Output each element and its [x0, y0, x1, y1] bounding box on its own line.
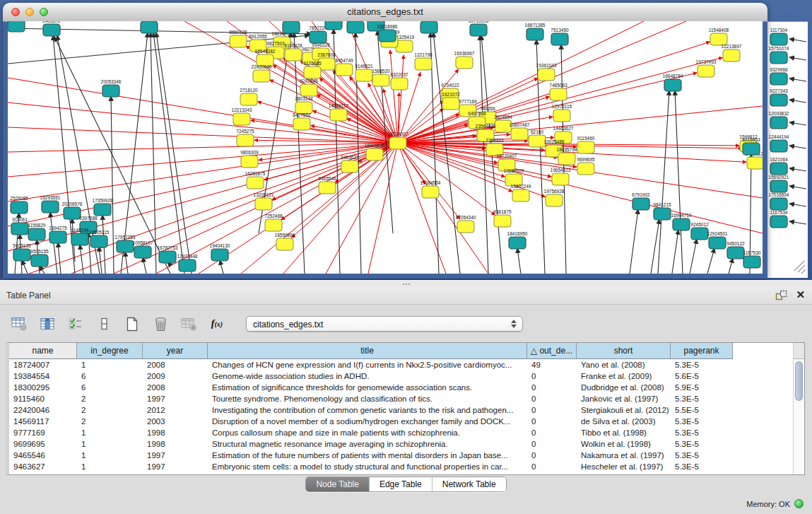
window-titlebar[interactable]: citations_edges.txt: [3, 3, 767, 22]
table-cell[interactable]: 5.6E-5: [671, 370, 733, 382]
table-cell[interactable]: 1: [77, 427, 143, 438]
delete-columns-button[interactable]: [151, 315, 170, 333]
node-15293551[interactable]: 15293551: [40, 195, 61, 213]
table-cell[interactable]: 9115460: [9, 393, 77, 404]
node-10807487[interactable]: 10807487: [510, 122, 530, 140]
column-header-year[interactable]: year: [143, 343, 208, 359]
table-cell[interactable]: 0: [527, 416, 577, 427]
node-16648784[interactable]: 16648784: [663, 74, 683, 91]
node-17359928[interactable]: 17359928: [93, 198, 113, 216]
node-1167530[interactable]: 1167530: [743, 250, 761, 268]
table-cell[interactable]: 0: [527, 427, 577, 438]
node-6791902[interactable]: 6791902: [632, 192, 650, 210]
node-6466162[interactable]: 6466162: [420, 21, 438, 33]
table-select-dropdown[interactable]: citations_edges.txt: [246, 316, 523, 332]
node-19756928[interactable]: 19756928: [544, 189, 565, 206]
node-5905135[interactable]: 5905135: [13, 243, 31, 261]
tab-node-table[interactable]: Node Table: [306, 477, 369, 491]
node-16782753[interactable]: 16782753: [158, 245, 178, 263]
table-cell[interactable]: 5.3E-5: [671, 461, 733, 472]
select-columns-button[interactable]: [66, 315, 85, 333]
node-7513450[interactable]: 7513450: [551, 28, 569, 45]
table-cell[interactable]: de Silva et al. (2003): [577, 416, 671, 427]
node-12924501[interactable]: 12924501: [707, 231, 728, 249]
node-19218986[interactable]: 19218986: [377, 24, 398, 42]
table-mode-button[interactable]: [10, 315, 28, 333]
table-cell[interactable]: 5.3E-5: [671, 359, 733, 370]
table-cell[interactable]: 18300295: [9, 382, 77, 393]
table-cell[interactable]: 2012: [143, 404, 208, 416]
node-9175685[interactable]: 9175685: [303, 61, 322, 78]
node-18724007[interactable]: 18724007: [388, 132, 408, 149]
node-2718120[interactable]: 2718120: [240, 88, 258, 105]
node-14569117[interactable]: 14569117: [329, 103, 349, 121]
table-cell[interactable]: Yano et al. (2008): [577, 359, 671, 370]
table-cell[interactable]: 1: [77, 438, 143, 450]
node-1156829[interactable]: 1156829: [28, 223, 46, 240]
node-12444194[interactable]: 12444194: [769, 134, 789, 152]
node-62160[interactable]: 62160: [529, 129, 546, 147]
table-cell[interactable]: 5.3E-5: [671, 427, 733, 438]
node-30691406[interactable]: 30691406: [139, 21, 160, 33]
node-12093832[interactable]: 12093832: [769, 111, 789, 129]
node-7485063[interactable]: 7485063: [549, 83, 567, 100]
node-8215953[interactable]: 8215953: [742, 137, 760, 155]
node-9465546[interactable]: 9465546: [318, 176, 336, 194]
node-1145194[interactable]: 1145194: [71, 228, 89, 245]
table-cell[interactable]: 2: [77, 393, 143, 404]
node-19737493[interactable]: 19737493: [696, 59, 717, 77]
node-13505115[interactable]: 13505115: [89, 230, 110, 247]
node-19384554[interactable]: 19384554: [420, 180, 441, 198]
node-16671385[interactable]: 16671385: [525, 23, 546, 40]
table-cell[interactable]: 1: [77, 359, 143, 370]
table-cell[interactable]: Hescheler et al. (1997): [577, 461, 671, 472]
table-cell[interactable]: 5.3E-5: [671, 438, 733, 450]
table-cell[interactable]: 2009: [143, 370, 208, 382]
table-cell[interactable]: 0: [527, 393, 577, 404]
node-15751074[interactable]: 15751074: [769, 46, 789, 64]
table-cell[interactable]: Franke et al. (2009): [577, 370, 671, 382]
table-cell[interactable]: 18724007: [9, 359, 77, 370]
node-7857224[interactable]: 7857224: [309, 25, 327, 43]
node-1527602[interactable]: 1527602: [346, 21, 365, 33]
node-9227343[interactable]: 9227343: [770, 88, 788, 106]
table-row[interactable]: 977716911998Corpus callosum shape and si…: [9, 427, 804, 438]
table-cell[interactable]: 2: [77, 404, 143, 416]
node-16936967[interactable]: 16936967: [454, 51, 475, 69]
table-cell[interactable]: 5.3E-5: [671, 393, 733, 404]
column-header-short[interactable]: short: [577, 343, 671, 359]
table-cell[interactable]: 5.9E-5: [671, 382, 733, 393]
table-cell[interactable]: 14569117: [9, 416, 77, 427]
node-18300295[interactable]: 18300295: [365, 143, 385, 160]
node-1621064[interactable]: 1621064: [770, 157, 788, 175]
node-12213343[interactable]: 12213343: [232, 107, 252, 125]
table-cell[interactable]: 6: [77, 382, 143, 393]
node-13205121[interactable]: 13205121: [254, 192, 274, 210]
table-row[interactable]: 1872400712008Changes of HCN gene express…: [9, 359, 804, 370]
table-cell[interactable]: Investigating the contribution of common…: [208, 404, 527, 416]
table-cell[interactable]: 2: [77, 416, 143, 427]
node-22420046[interactable]: 22420046: [252, 64, 272, 82]
table-cell[interactable]: 1997: [143, 450, 208, 461]
node-9146821[interactable]: 9146821: [355, 64, 373, 81]
scrollbar-thumb[interactable]: [795, 361, 803, 401]
node-16033809[interactable]: 16033809: [281, 21, 302, 33]
table-cell[interactable]: 1997: [143, 461, 208, 472]
node-17016504[interactable]: 17016504: [769, 192, 789, 210]
table-cell[interactable]: Embryonic stem cells: a model to study s…: [208, 461, 527, 472]
table-cell[interactable]: Wolkin et al. (1998): [577, 438, 671, 450]
node-10719195[interactable]: 10719195: [469, 21, 489, 36]
background-network-canvas[interactable]: 1117304157510749329966922734312093832124…: [767, 22, 808, 278]
table-cell[interactable]: 5.5E-5: [671, 404, 733, 416]
table-cell[interactable]: 1: [77, 450, 143, 461]
node-9806309[interactable]: 9806309: [240, 150, 259, 168]
table-cell[interactable]: 0: [527, 382, 577, 393]
network-canvas[interactable]: 1872400786601288912955182260589827503165…: [8, 21, 763, 274]
node-18416950[interactable]: 18416950: [507, 231, 528, 249]
table-cell[interactable]: 22420046: [9, 404, 77, 416]
node-7252468[interactable]: 7252468: [264, 214, 283, 231]
table-row[interactable]: 911546021997Tourette syndrome. Phenomeno…: [9, 393, 804, 404]
table-cell[interactable]: 6: [77, 370, 143, 382]
node-9463627[interactable]: 9463627: [341, 155, 359, 173]
table-cell[interactable]: 9465546: [9, 450, 77, 461]
